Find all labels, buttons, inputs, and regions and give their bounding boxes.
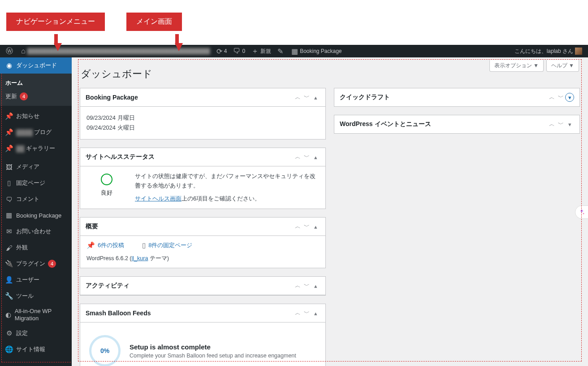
health-description: サイトの状態は健康ですが、まだパフォーマンスやセキュリティを改善する余地がありま… [135,172,319,203]
move-down-icon[interactable]: ﹀ [556,93,565,102]
media-icon: 🖼 [4,162,13,171]
floating-ai-button[interactable] [575,205,588,219]
admin-bar: ⓦ ⌂█████████████████████████████████████… [0,45,588,57]
updates-link[interactable]: ⟳4 [213,45,230,57]
widget-body: 0% Setup is almost complete Complete you… [80,322,325,366]
toggle-icon[interactable]: ▾ [565,120,574,129]
sidebar-item-plugins[interactable]: 🔌プラグイン4 [0,256,72,272]
glance-pages: ▯ 8件の固定ページ [142,241,192,249]
sidebar-item-notices[interactable]: 📌お知らせ [0,108,72,124]
toggle-icon[interactable]: ▴ [311,93,320,102]
toggle-icon[interactable]: ▴ [311,152,320,161]
edit-page[interactable]: ✎ [274,45,288,57]
toggle-icon[interactable]: ▴ [311,309,320,318]
updates-count: 4 [224,48,227,54]
sidebar-item-label: Booking Package [16,212,61,219]
main-content: 表示オプション ▼ ヘルプ ▼ ダッシュボード Booking Package … [72,57,588,366]
screen-options-button[interactable]: 表示オプション ▼ [489,60,544,72]
move-up-icon[interactable]: ︿ [293,222,302,231]
sidebar-item-booking[interactable]: ▦Booking Package [0,207,72,223]
update-badge: 4 [20,92,28,100]
move-down-icon[interactable]: ﹀ [302,152,311,161]
plugin-badge: 4 [48,260,56,268]
sidebar-item-label: ユーザー [16,276,39,284]
sidebar-item-comments[interactable]: 🗨コメント [0,191,72,207]
sidebar-item-label: ホーム [5,79,23,87]
page-icon: ▯ [4,179,13,187]
booking-link[interactable]: ▦Booking Package [288,45,345,57]
plugin-icon: 🔌 [4,259,13,268]
help-button[interactable]: ヘルプ ▼ [546,60,579,72]
widget-title: クイックドラフト [340,93,547,101]
smash-heading: Setup is almost complete [130,343,296,351]
sidebar-item-aiowp[interactable]: ◐All-in-One WP Migration [0,304,72,325]
widget-title: Smash Balloon Feeds [86,309,293,317]
move-down-icon[interactable]: ﹀ [302,281,311,290]
sidebar-item-contact[interactable]: ✉お問い合わせ [0,223,72,240]
sidebar-item-label: All-in-One WP Migration [15,308,67,322]
sidebar-item-blog[interactable]: 📌████ ブログ [0,124,72,140]
sidebar-item-pages[interactable]: ▯固定ページ [0,175,72,191]
sidebar-item-gallery[interactable]: 📌██ ギャラリー [0,140,72,157]
widget-header: 概要 ︿ ﹀ ▴ [80,218,325,236]
move-down-icon[interactable]: ﹀ [302,93,311,102]
pin-icon: 📌 [4,128,13,137]
health-status: 良好 [86,189,127,197]
toggle-icon[interactable]: ▴ [311,222,320,231]
glance-posts: 📌 6件の投稿 [86,241,124,249]
calendar-icon: ▦ [291,47,298,56]
new-content[interactable]: ＋新規 [248,45,274,57]
sidebar-item-dashboard[interactable]: ◉ ダッシュボード [0,57,72,74]
move-up-icon[interactable]: ︿ [293,93,302,102]
toggle-icon[interactable]: ▾ [565,93,574,102]
move-up-icon[interactable]: ︿ [547,93,556,102]
sidebar-item-settings[interactable]: ⚙設定 [0,325,72,341]
move-down-icon[interactable]: ﹀ [556,120,565,129]
sidebar-item-tools[interactable]: 🔧ツール [0,288,72,304]
sidebar-item-siteinfo[interactable]: 🌐サイト情報 [0,341,72,357]
widget-booking: Booking Package ︿ ﹀ ▴ 09/23/2024 月曜日 09/… [80,88,326,139]
user-greeting[interactable]: こんにちは、laplab さん [511,45,585,57]
widget-title: Booking Package [86,94,293,101]
theme-link[interactable]: ll_kura [132,255,148,261]
pin-icon: 📌 [86,241,95,249]
site-health-link[interactable]: サイトヘルス画面 [135,195,182,202]
user-icon: 👤 [4,275,13,284]
progress-ring: 0% [89,335,121,366]
brush-icon: 🖌 [4,243,13,252]
submenu-updates[interactable]: 更新4 [0,90,72,103]
site-home[interactable]: ⌂███████████████████████████████████████… [18,45,213,57]
pages-link[interactable]: 8件の固定ページ [148,241,192,249]
screen-meta: 表示オプション ▼ ヘルプ ▼ [489,60,579,72]
move-up-icon[interactable]: ︿ [547,120,556,129]
move-down-icon[interactable]: ﹀ [302,222,311,231]
sidebar-item-label: コメント [16,195,39,203]
sidebar-item-users[interactable]: 👤ユーザー [0,272,72,288]
submenu-home[interactable]: ホーム [0,76,72,90]
move-up-icon[interactable]: ︿ [293,309,302,318]
booking-row[interactable]: 09/24/2024 火曜日 [86,124,319,132]
comments-link[interactable]: 🗨0 [230,45,248,57]
move-up-icon[interactable]: ︿ [293,152,302,161]
callout-nav: ナビゲーションメニュー [6,13,105,31]
sidebar-item-label: プラグイン [16,260,45,268]
move-up-icon[interactable]: ︿ [293,281,302,290]
sidebar-item-appearance[interactable]: 🖌外観 [0,240,72,256]
toggle-icon[interactable]: ▴ [311,281,320,290]
sidebar-item-label: ブログ [34,128,52,136]
sidebar-item-label: お知らせ [16,112,39,120]
comment-icon: 🗨 [4,195,13,204]
sidebar-item-media[interactable]: 🖼メディア [0,159,72,175]
posts-link[interactable]: 6件の投稿 [98,241,124,249]
move-down-icon[interactable]: ﹀ [302,309,311,318]
widget-header: Smash Balloon Feeds ︿ ﹀ ▴ [80,304,325,322]
widget-quick-draft: クイックドラフト ︿ ﹀ ▾ [334,88,580,107]
wp-logo[interactable]: ⓦ [3,45,18,57]
booking-row[interactable]: 09/23/2024 月曜日 [86,114,319,122]
sidebar-item-label: 設定 [16,329,28,337]
health-text: サイトの状態は健康ですが、まだパフォーマンスやセキュリティを改善する余地がありま… [135,172,319,191]
avatar [575,48,582,55]
pages-icon: ▯ [142,241,146,249]
calendar-icon: ▦ [4,211,13,220]
pin-icon: 📌 [4,144,13,153]
